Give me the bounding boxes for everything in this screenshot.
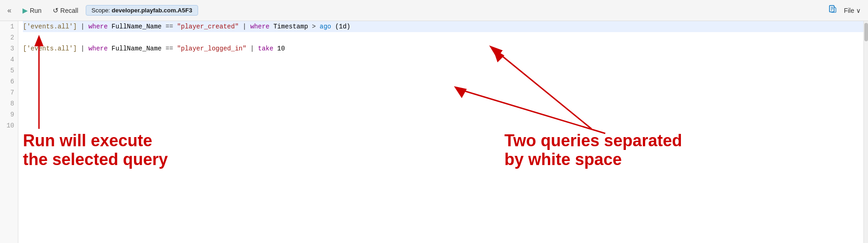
run-label: Run bbox=[30, 7, 42, 14]
line-numbers: 1 2 3 4 5 6 7 8 9 10 bbox=[0, 21, 18, 243]
file-label: File bbox=[844, 7, 854, 14]
code-token: == bbox=[166, 23, 173, 30]
recall-label: Recall bbox=[61, 7, 78, 14]
collapse-icon: « bbox=[7, 6, 11, 14]
code-token: where bbox=[88, 45, 108, 52]
code-token: == bbox=[166, 45, 173, 52]
code-line-1: ['events.all'] | where FullName_Name == … bbox=[23, 21, 863, 32]
code-token: (1d) bbox=[335, 23, 351, 30]
run-button[interactable]: ▶ Run bbox=[19, 5, 45, 17]
code-token: "player_created" bbox=[177, 23, 238, 30]
editor-container: 1 2 3 4 5 6 7 8 9 10 ['events.all'] | wh… bbox=[0, 21, 868, 243]
code-token: 10 bbox=[277, 45, 285, 52]
line-num-5: 5 bbox=[0, 65, 14, 76]
code-token: FullName_Name bbox=[111, 45, 166, 52]
code-token: | bbox=[81, 23, 88, 30]
code-line-2 bbox=[23, 32, 863, 43]
scope-value: developer.playfab.com.A5F3 bbox=[112, 7, 193, 14]
recall-icon: ↺ bbox=[53, 6, 59, 15]
code-token: | bbox=[243, 23, 250, 30]
code-token: Timestamp bbox=[273, 23, 312, 30]
code-token: take bbox=[258, 45, 274, 52]
line-num-3: 3 bbox=[0, 43, 14, 54]
recall-button[interactable]: ↺ Recall bbox=[49, 5, 82, 17]
code-token: where bbox=[88, 23, 108, 30]
file-chevron-icon: ∨ bbox=[856, 7, 861, 14]
code-token: > bbox=[312, 23, 315, 30]
code-area[interactable]: ['events.all'] | where FullName_Name == … bbox=[18, 21, 863, 243]
toolbar: « ▶ Run ↺ Recall Scope: developer.playfa… bbox=[0, 0, 868, 21]
line-num-2: 2 bbox=[0, 32, 14, 43]
line-num-1: 1 bbox=[0, 21, 14, 32]
code-token: ['events.all'] bbox=[23, 23, 77, 30]
scope-prefix: Scope: bbox=[92, 7, 112, 14]
code-token: ago bbox=[320, 23, 331, 30]
code-token: | bbox=[81, 45, 88, 52]
line-num-7: 7 bbox=[0, 87, 14, 98]
code-token: | bbox=[250, 45, 258, 52]
file-button[interactable]: File ∨ bbox=[840, 5, 864, 16]
code-token: FullName_Name bbox=[111, 23, 166, 30]
scope-badge: Scope: developer.playfab.com.A5F3 bbox=[86, 5, 199, 16]
run-icon: ▶ bbox=[22, 6, 28, 15]
line-num-8: 8 bbox=[0, 98, 14, 109]
collapse-button[interactable]: « bbox=[4, 5, 15, 17]
code-token: where bbox=[250, 23, 270, 30]
line-num-10: 10 bbox=[0, 120, 14, 131]
scrollbar-track[interactable] bbox=[863, 21, 868, 243]
line-num-4: 4 bbox=[0, 54, 14, 65]
scrollbar-thumb[interactable] bbox=[864, 23, 868, 41]
line-num-9: 9 bbox=[0, 109, 14, 120]
line-num-6: 6 bbox=[0, 76, 14, 87]
code-line-3: ['events.all'] | where FullName_Name == … bbox=[23, 43, 863, 54]
toolbar-right: File ∨ bbox=[828, 5, 864, 16]
code-token: ['events.all'] bbox=[23, 45, 77, 52]
code-token: "player_logged_in" bbox=[177, 45, 246, 52]
file-icon bbox=[828, 5, 837, 16]
